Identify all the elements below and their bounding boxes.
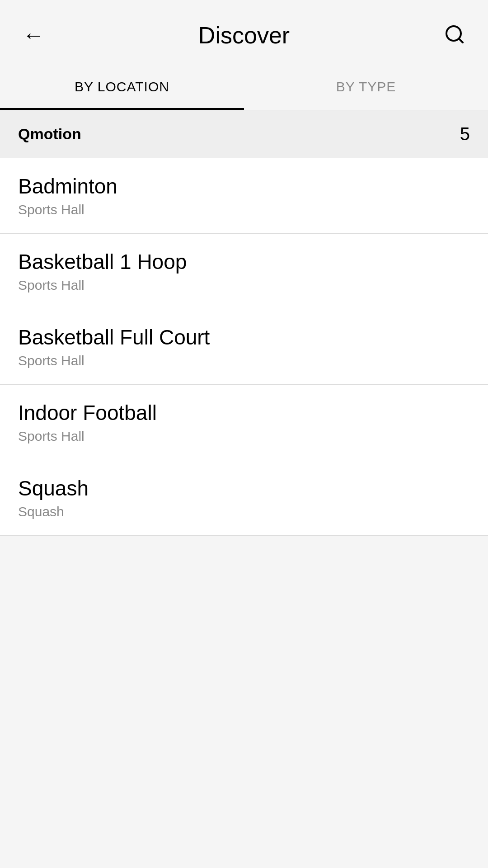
item-location: Squash (18, 504, 470, 519)
section-header: Qmotion 5 (0, 110, 488, 158)
item-name: Squash (18, 476, 470, 500)
page-title: Discover (198, 22, 290, 49)
svg-line-1 (459, 38, 463, 42)
item-location: Sports Hall (18, 202, 470, 217)
item-name: Basketball Full Court (18, 325, 470, 349)
item-name: Badminton (18, 174, 470, 198)
tab-by-type[interactable]: BY TYPE (244, 66, 488, 110)
item-location: Sports Hall (18, 278, 470, 293)
item-location: Sports Hall (18, 429, 470, 444)
list-item[interactable]: Basketball Full Court Sports Hall (0, 309, 488, 385)
item-name: Basketball 1 Hoop (18, 250, 470, 274)
back-button[interactable]: ← (18, 18, 49, 52)
item-name: Indoor Football (18, 401, 470, 425)
list-item[interactable]: Squash Squash (0, 460, 488, 536)
item-location: Sports Hall (18, 353, 470, 368)
search-icon (444, 24, 465, 45)
list-item[interactable]: Basketball 1 Hoop Sports Hall (0, 234, 488, 309)
list-item[interactable]: Badminton Sports Hall (0, 158, 488, 234)
tab-by-location[interactable]: BY LOCATION (0, 66, 244, 110)
back-arrow-icon: ← (23, 23, 44, 47)
header: ← Discover (0, 0, 488, 66)
section-count: 5 (460, 124, 470, 144)
tabs: BY LOCATION BY TYPE (0, 66, 488, 110)
list-item[interactable]: Indoor Football Sports Hall (0, 385, 488, 460)
section-title: Qmotion (18, 125, 81, 143)
items-list: Badminton Sports Hall Basketball 1 Hoop … (0, 158, 488, 536)
search-button[interactable] (439, 19, 470, 51)
